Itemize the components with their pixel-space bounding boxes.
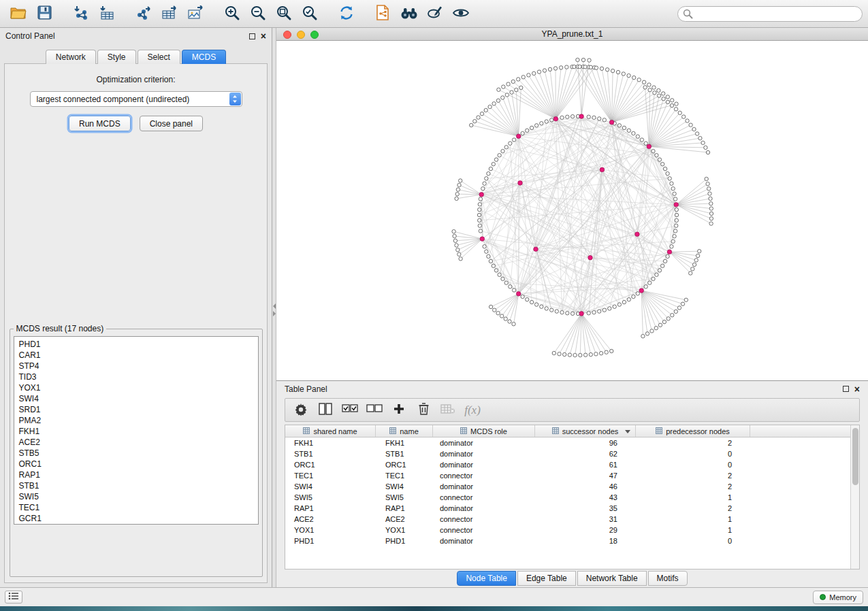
open-session-button[interactable] xyxy=(5,3,31,24)
minimize-window-icon[interactable] xyxy=(297,31,305,39)
mcds-result-item[interactable]: TID3 xyxy=(19,371,258,382)
table-cell: PHD1 xyxy=(376,535,433,546)
close-panel-button[interactable]: Close panel xyxy=(140,116,203,131)
zoom-fit-button[interactable] xyxy=(271,3,297,24)
table-row[interactable]: TEC1TEC1connector472 xyxy=(285,470,850,481)
table-cell: 1 xyxy=(636,525,750,535)
table-cell: 0 xyxy=(636,448,750,459)
tab-network-table[interactable]: Network Table xyxy=(577,571,647,586)
table-row[interactable]: PHD1PHD1dominator180 xyxy=(285,535,850,546)
mcds-result-item[interactable]: PMA2 xyxy=(19,415,258,426)
criterion-dropdown[interactable]: largest connected component (undirected) xyxy=(30,91,242,107)
table-cell xyxy=(750,525,850,535)
column-type-icon xyxy=(389,427,396,435)
panel-splitter[interactable] xyxy=(272,28,276,587)
mcds-result-item[interactable]: STP4 xyxy=(19,361,258,371)
search-input[interactable] xyxy=(677,6,863,22)
deselect-all-button[interactable] xyxy=(364,401,385,420)
scrollbar-thumb[interactable] xyxy=(852,428,858,485)
export-document-button[interactable] xyxy=(370,3,396,24)
table-row[interactable]: RAP1RAP1dominator352 xyxy=(285,503,850,514)
table-row[interactable]: ORC1ORC1dominator610 xyxy=(285,459,850,470)
export-table-button[interactable] xyxy=(157,3,182,24)
mcds-result-item[interactable]: TEC1 xyxy=(19,502,258,513)
splitter-collapse-icon[interactable] xyxy=(272,303,276,316)
table-scrollbar[interactable] xyxy=(850,425,859,569)
mcds-result-item[interactable]: GCR1 xyxy=(19,513,258,524)
delete-table-button-disabled[interactable] xyxy=(438,401,458,420)
show-details-button[interactable] xyxy=(448,3,474,24)
mcds-result-item[interactable]: CAR1 xyxy=(19,350,258,361)
maximize-window-icon[interactable] xyxy=(310,31,319,39)
tab-node-table[interactable]: Node Table xyxy=(457,571,516,586)
table-toolbar: f(x) xyxy=(285,398,860,422)
memory-button[interactable]: Memory xyxy=(813,591,863,604)
network-canvas[interactable] xyxy=(276,41,868,380)
column-header-shared-name[interactable]: shared name xyxy=(285,425,376,437)
table-row[interactable]: FKH1FKH1dominator962 xyxy=(285,437,850,448)
float-table-panel-icon[interactable] xyxy=(843,386,849,392)
close-window-icon[interactable] xyxy=(283,31,291,39)
memory-label: Memory xyxy=(829,593,856,601)
import-network-icon xyxy=(73,5,89,22)
tab-edge-table[interactable]: Edge Table xyxy=(517,571,576,586)
mcds-result-list[interactable]: PHD1CAR1STP4TID3YOX1SWI4SRD1PMA2FKH1ACE2… xyxy=(14,336,259,525)
table-settings-button[interactable] xyxy=(291,401,311,420)
mcds-result-item[interactable]: PHD1 xyxy=(19,339,258,350)
delete-column-button[interactable] xyxy=(413,401,434,420)
run-mcds-button[interactable]: Run MCDS xyxy=(69,116,131,131)
tab-motifs[interactable]: Motifs xyxy=(648,571,688,586)
mcds-result-item[interactable]: STB1 xyxy=(19,480,258,491)
refresh-button[interactable] xyxy=(334,3,359,24)
mcds-result-item[interactable]: FKH1 xyxy=(19,426,258,437)
zoom-out-button[interactable] xyxy=(245,3,271,24)
table-cell: dominator xyxy=(433,459,535,470)
zoom-selected-button[interactable] xyxy=(297,3,323,24)
mcds-result-item[interactable]: RAP1 xyxy=(19,469,258,480)
split-panel-button[interactable] xyxy=(315,401,336,420)
mcds-result-item[interactable]: ACE2 xyxy=(19,437,258,448)
close-panel-icon[interactable]: × xyxy=(261,33,266,39)
float-panel-icon[interactable] xyxy=(249,33,255,39)
tab-mcds[interactable]: MCDS xyxy=(182,50,226,64)
import-network-button[interactable] xyxy=(68,3,94,24)
import-table-button[interactable] xyxy=(94,3,120,24)
table-row[interactable]: ACE2ACE2connector311 xyxy=(285,514,850,525)
mcds-result-item[interactable]: ORC1 xyxy=(19,459,258,469)
table-row[interactable]: STB1STB1dominator620 xyxy=(285,448,850,459)
column-header-name[interactable]: name xyxy=(376,425,433,437)
annotation-button[interactable] xyxy=(422,3,448,24)
mcds-result-item[interactable]: STB5 xyxy=(19,448,258,459)
right-area: YPA_prune.txt_1 Table Panel × xyxy=(276,28,868,587)
table-panel-titlebar: Table Panel × xyxy=(276,381,868,397)
export-image-icon xyxy=(187,5,204,22)
table-cell: dominator xyxy=(433,481,535,492)
column-header-successor-nodes[interactable]: successor nodes xyxy=(535,425,636,437)
mcds-result-item[interactable]: SRD1 xyxy=(19,404,258,415)
function-builder-button[interactable]: f(x) xyxy=(462,401,483,420)
save-session-button[interactable] xyxy=(31,3,57,24)
mcds-result-item[interactable]: YOX1 xyxy=(19,382,258,393)
tab-style[interactable]: Style xyxy=(97,50,136,64)
mcds-result-item[interactable]: SWI4 xyxy=(19,393,258,404)
sort-dropdown-icon[interactable] xyxy=(625,430,630,433)
tab-select[interactable]: Select xyxy=(138,50,180,64)
binoculars-button[interactable] xyxy=(396,3,422,24)
tab-network[interactable]: Network xyxy=(46,50,96,64)
close-table-panel-icon[interactable]: × xyxy=(854,386,860,393)
table-row[interactable]: SWI4SWI4dominator462 xyxy=(285,481,850,492)
mcds-result-item[interactable]: SWI5 xyxy=(19,491,258,502)
table-cell xyxy=(750,503,850,514)
column-header-mcds-role[interactable]: MCDS role xyxy=(433,425,535,437)
select-all-button[interactable] xyxy=(340,401,360,420)
mcds-result-title: MCDS result (17 nodes) xyxy=(14,324,107,333)
table-row[interactable]: SWI5SWI5connector431 xyxy=(285,492,850,503)
add-column-button[interactable] xyxy=(389,401,409,420)
table-row[interactable]: YOX1YOX1connector291 xyxy=(285,525,850,535)
network-titlebar[interactable]: YPA_prune.txt_1 xyxy=(276,28,868,41)
task-history-button[interactable] xyxy=(5,591,22,604)
zoom-in-button[interactable] xyxy=(219,3,245,24)
column-header-predecessor-nodes[interactable]: predecessor nodes xyxy=(636,425,750,437)
export-image-button[interactable] xyxy=(182,3,208,24)
export-network-button[interactable] xyxy=(131,3,157,24)
